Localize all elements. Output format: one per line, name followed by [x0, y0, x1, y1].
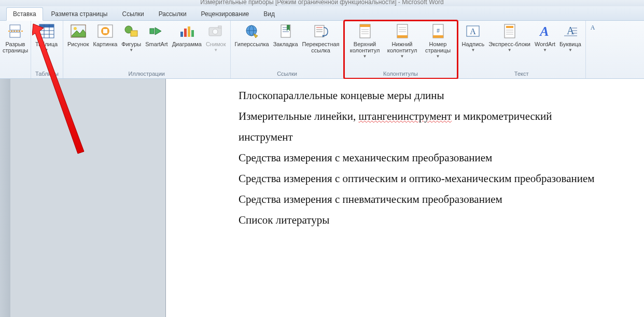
picture-label: Рисунок	[67, 41, 89, 47]
smartart-label: SmartArt	[145, 41, 167, 47]
group-links: Гиперссылка Закладка Перекрестная ссылка…	[231, 21, 344, 78]
crossref-button[interactable]: Перекрестная ссылка	[300, 22, 342, 53]
dropcap-icon: A	[562, 23, 579, 39]
svg-rect-18	[180, 32, 183, 37]
dropdown-icon: ▼	[45, 47, 49, 53]
dropcap-button[interactable]: A Буквица ▼	[557, 22, 583, 53]
wordart-icon: A	[537, 23, 553, 39]
group-links-label: Ссылки	[233, 70, 342, 78]
hyperlink-button[interactable]: Гиперссылка	[233, 22, 271, 47]
hyperlink-icon	[244, 23, 260, 39]
screenshot-icon	[207, 23, 224, 39]
textbox-button[interactable]: A Надпись ▼	[460, 22, 487, 53]
doc-line: Средства измерения с оптическим и оптико…	[239, 172, 595, 185]
svg-text:#: #	[437, 27, 440, 34]
ribbon: Разрыв страницы Таблица ▼ Таблицы Рисуно…	[0, 21, 644, 79]
table-icon	[38, 23, 55, 39]
group-tables-label: Таблицы	[33, 70, 61, 78]
clipart-button[interactable]: Картинка	[91, 22, 120, 47]
smartart-button[interactable]: SmartArt	[143, 22, 170, 47]
picture-button[interactable]: Рисунок	[65, 22, 91, 47]
bookmark-icon	[277, 23, 294, 39]
header-icon	[357, 23, 373, 39]
svg-rect-20	[188, 26, 190, 37]
svg-rect-49	[433, 35, 443, 38]
group-tables: Таблица ▼ Таблицы	[31, 21, 63, 78]
footer-button[interactable]: Нижний колонтитул ▼	[384, 22, 421, 60]
tab-references[interactable]: Ссылки	[116, 8, 150, 20]
svg-rect-24	[218, 26, 221, 28]
clipart-label: Картинка	[93, 41, 118, 47]
group-overflow: A	[586, 21, 597, 78]
dropdown-icon: ▼	[214, 47, 218, 53]
page-number-icon: #	[430, 23, 446, 39]
group-header-footer: Верхний колонтитул ▼ Нижний колонтитул ▼…	[344, 21, 458, 78]
footer-label: Нижний колонтитул	[387, 41, 417, 53]
svg-rect-16	[150, 29, 154, 34]
screenshot-label: Снимок	[206, 41, 226, 47]
svg-marker-17	[155, 27, 161, 35]
hyperlink-label: Гиперссылка	[235, 41, 269, 47]
document-page[interactable]: Плоскопараллельные концевые меры длины И…	[166, 79, 644, 317]
group-text-label: Текст	[460, 70, 583, 78]
table-button[interactable]: Таблица ▼	[33, 22, 60, 53]
svg-rect-54	[506, 26, 513, 28]
overflow-icon: A	[589, 23, 597, 31]
window-title: Измерительные приборы [Режим ограниченно…	[0, 0, 644, 6]
group-text: A Надпись ▼ Экспресс-блоки ▼ A WordArt ▼	[458, 21, 586, 78]
svg-point-10	[74, 27, 77, 30]
header-button[interactable]: Верхний колонтитул ▼	[346, 22, 384, 60]
overflow-button[interactable]: A	[588, 22, 597, 34]
dropdown-icon: ▼	[129, 47, 133, 53]
page-break-button[interactable]: Разрыв страницы	[2, 22, 29, 53]
quickparts-icon	[501, 23, 518, 39]
tab-mailings[interactable]: Рассылки	[152, 8, 193, 20]
doc-line: Список литературы	[239, 214, 329, 226]
doc-line: и микрометрический	[452, 110, 552, 122]
chart-label: Диаграмма	[172, 41, 202, 47]
svg-text:A: A	[470, 27, 477, 36]
page-break-label: Разрыв страницы	[3, 41, 28, 53]
chart-button[interactable]: Диаграмма	[170, 22, 204, 47]
dropcap-label: Буквица	[559, 41, 581, 47]
group-illustrations-label: Иллюстрации	[65, 70, 228, 78]
group-hf-label: Колонтитулы	[346, 70, 455, 78]
smartart-icon	[148, 23, 165, 39]
shapes-button[interactable]: Фигуры ▼	[119, 22, 143, 53]
crossref-icon	[313, 23, 329, 39]
left-margin-gutter	[0, 79, 166, 317]
svg-rect-21	[191, 30, 194, 37]
dropdown-icon: ▼	[471, 47, 475, 53]
page-number-button[interactable]: # Номер страницы ▼	[421, 22, 455, 60]
svg-rect-0	[10, 25, 20, 30]
ribbon-tabs: Вставка Разметка страницы Ссылки Рассылк…	[0, 6, 644, 21]
svg-rect-13	[103, 29, 107, 33]
doc-line: инструмент	[239, 131, 293, 143]
wordart-button[interactable]: A WordArt ▼	[533, 22, 557, 53]
header-label: Верхний колонтитул	[350, 41, 380, 53]
svg-rect-47	[397, 35, 408, 38]
svg-rect-19	[184, 29, 187, 37]
doc-line: Измерительные линейки,	[239, 110, 358, 122]
picture-icon	[70, 23, 87, 39]
svg-rect-4	[39, 24, 54, 27]
dropdown-icon: ▼	[508, 47, 512, 53]
doc-line: Средства измерения с пневматическим прео…	[239, 193, 502, 205]
quickparts-button[interactable]: Экспресс-блоки ▼	[486, 22, 533, 53]
page-number-label: Номер страницы	[425, 41, 451, 53]
shapes-icon	[123, 23, 139, 39]
bookmark-button[interactable]: Закладка	[271, 22, 300, 47]
tab-insert[interactable]: Вставка	[6, 7, 43, 21]
group-overflow-label	[588, 76, 595, 78]
doc-spellerror: штангенинструмент	[358, 110, 452, 122]
svg-rect-39	[360, 24, 370, 27]
dropdown-icon: ▼	[436, 53, 440, 60]
tab-page-layout[interactable]: Разметка страницы	[45, 8, 114, 20]
doc-line: Средства измерения с механическим преобр…	[239, 151, 492, 164]
svg-rect-1	[10, 32, 20, 37]
dropdown-icon: ▼	[363, 53, 367, 60]
tab-review[interactable]: Рецензирование	[195, 8, 256, 20]
tab-view[interactable]: Вид	[257, 8, 281, 20]
footer-icon	[394, 23, 411, 39]
dropdown-icon: ▼	[543, 47, 547, 53]
